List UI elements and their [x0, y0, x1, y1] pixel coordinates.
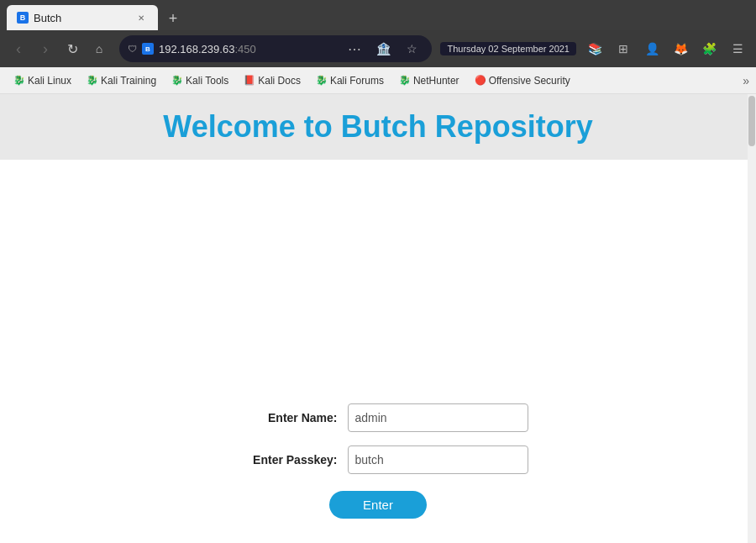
bookmark-label: Kali Linux: [28, 75, 71, 87]
page-heading-bar: Welcome to Butch Repository: [0, 94, 756, 160]
bookmark-kali-training[interactable]: 🐉 Kali Training: [80, 72, 163, 89]
security-lock-icon: 🛡: [128, 44, 137, 54]
browser-tab[interactable]: B Butch ✕: [7, 5, 158, 30]
enter-button[interactable]: Enter: [329, 491, 427, 519]
bookmarks-bar: 🐉 Kali Linux 🐉 Kali Training 🐉 Kali Tool…: [0, 67, 756, 94]
name-input[interactable]: [348, 403, 528, 432]
name-label: Enter Name:: [228, 411, 338, 424]
new-tab-button[interactable]: +: [161, 7, 185, 30]
address-text: 192.168.239.63:450: [159, 43, 338, 55]
navigation-toolbar: ‹ › ↻ ⌂ 🛡 B 192.168.239.63:450 ⋯ 🏦 ☆ Thu…: [0, 30, 756, 67]
date-badge: Thursday 02 September 2021: [440, 42, 576, 55]
bookmark-label: Kali Forums: [330, 75, 384, 87]
kali-forums-icon: 🐉: [316, 75, 328, 86]
bookmark-kali-linux[interactable]: 🐉 Kali Linux: [7, 72, 78, 89]
firefox-icon[interactable]: 🦊: [669, 37, 692, 61]
passkey-row: Enter Passkey:: [228, 445, 528, 474]
extensions-icon[interactable]: 🧩: [697, 37, 721, 61]
bookmark-nethunter[interactable]: 🐉 NetHunter: [392, 72, 466, 89]
bookmark-label: Kali Training: [101, 75, 156, 87]
scrollbar-thumb: [748, 96, 755, 146]
tab-title: Butch: [34, 12, 61, 24]
nethunter-icon: 🐉: [399, 75, 411, 86]
bookmark-label: Offensive Security: [489, 75, 570, 87]
star-icon[interactable]: ☆: [400, 37, 423, 61]
offensive-security-icon: 🔴: [475, 75, 486, 86]
kali-tools-icon: 🐉: [171, 75, 183, 86]
tab-close-button[interactable]: ✕: [134, 11, 148, 24]
back-button[interactable]: ‹: [7, 37, 30, 61]
home-button[interactable]: ⌂: [87, 37, 111, 61]
bookmark-label: NetHunter: [413, 75, 459, 87]
passkey-label: Enter Passkey:: [228, 453, 338, 467]
menu-icon[interactable]: ☰: [726, 37, 749, 61]
page-content: Welcome to Butch Repository Enter Name: …: [0, 94, 756, 543]
sync-icon[interactable]: ⊞: [612, 37, 635, 61]
tab-favicon: B: [17, 12, 29, 24]
bookmark-offensive-security[interactable]: 🔴 Offensive Security: [468, 72, 577, 89]
library-icon[interactable]: 📚: [583, 37, 606, 61]
address-bar[interactable]: 🛡 B 192.168.239.63:450 ⋯ 🏦 ☆: [119, 35, 432, 62]
bookmark-kali-docs[interactable]: 📕 Kali Docs: [237, 72, 307, 89]
bookmark-label: Kali Tools: [186, 75, 228, 87]
more-dots-icon[interactable]: ⋯: [343, 37, 366, 61]
scrollbar[interactable]: [748, 94, 756, 543]
bookmark-kali-forums[interactable]: 🐉 Kali Forums: [309, 72, 391, 89]
bookmarks-more-button[interactable]: »: [743, 74, 749, 87]
refresh-button[interactable]: ↻: [60, 37, 84, 61]
kali-linux-icon: 🐉: [13, 75, 25, 86]
name-row: Enter Name:: [228, 403, 528, 432]
login-form: Enter Name: Enter Passkey: Enter: [0, 160, 756, 519]
profile-icon[interactable]: 👤: [640, 37, 664, 61]
bookmark-kali-tools[interactable]: 🐉 Kali Tools: [165, 72, 235, 89]
page-title: Welcome to Butch Repository: [0, 109, 756, 145]
passkey-input[interactable]: [348, 445, 528, 474]
toolbar-action-icons: 📚 ⊞ 👤 🦊 🧩 ☰: [583, 37, 749, 61]
page-favicon: B: [142, 43, 154, 55]
kali-training-icon: 🐉: [87, 75, 98, 86]
pocket-icon[interactable]: 🏦: [371, 37, 395, 61]
kali-docs-icon: 📕: [244, 75, 255, 86]
forward-button[interactable]: ›: [34, 37, 57, 61]
bookmark-label: Kali Docs: [258, 75, 301, 87]
